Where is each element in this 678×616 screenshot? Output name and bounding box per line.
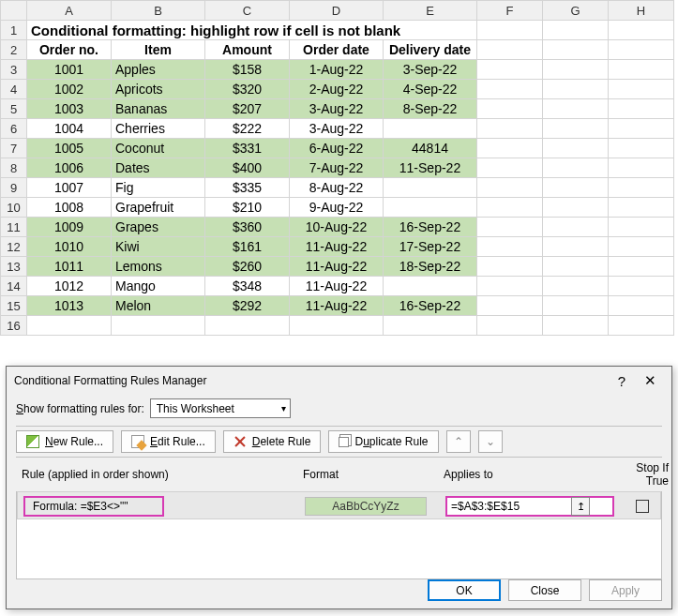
- row-header[interactable]: 13: [1, 257, 27, 277]
- cell[interactable]: [384, 178, 477, 198]
- cell[interactable]: $158: [205, 60, 290, 80]
- cell[interactable]: $222: [205, 119, 290, 139]
- cell[interactable]: [477, 139, 543, 158]
- cell[interactable]: [609, 237, 674, 257]
- cell[interactable]: 11-Aug-22: [290, 296, 384, 316]
- cell[interactable]: [477, 40, 543, 60]
- cell[interactable]: [205, 316, 290, 336]
- row-header[interactable]: 15: [1, 296, 27, 316]
- col-header[interactable]: A: [27, 1, 112, 21]
- cell[interactable]: $400: [205, 158, 290, 178]
- cell[interactable]: 1003: [27, 99, 112, 119]
- cell[interactable]: 1013: [27, 296, 112, 316]
- col-header[interactable]: G: [543, 1, 609, 21]
- cell[interactable]: 1-Aug-22: [290, 60, 384, 80]
- col-header[interactable]: D: [290, 1, 384, 21]
- cell[interactable]: [27, 316, 112, 336]
- cell[interactable]: 16-Sep-22: [384, 296, 477, 316]
- cell[interactable]: [609, 296, 674, 316]
- cell[interactable]: [543, 237, 609, 257]
- cell[interactable]: 4-Sep-22: [384, 80, 477, 99]
- cell[interactable]: 44814: [384, 139, 477, 158]
- cell[interactable]: Lemons: [112, 257, 205, 277]
- cell[interactable]: 9-Aug-22: [290, 198, 384, 218]
- cell[interactable]: Bananas: [112, 99, 205, 119]
- cell[interactable]: 1012: [27, 277, 112, 296]
- col-header[interactable]: F: [477, 1, 543, 21]
- cell[interactable]: [543, 296, 609, 316]
- row-header[interactable]: 9: [1, 178, 27, 198]
- row-header[interactable]: 1: [1, 21, 27, 40]
- cell[interactable]: [384, 316, 477, 336]
- table-header[interactable]: Order no.: [27, 40, 112, 60]
- row-header[interactable]: 7: [1, 139, 27, 158]
- cell[interactable]: 10-Aug-22: [290, 218, 384, 237]
- cell[interactable]: [477, 237, 543, 257]
- cell[interactable]: [609, 21, 674, 40]
- cell[interactable]: Grapefruit: [112, 198, 205, 218]
- cell[interactable]: [543, 99, 609, 119]
- column-header-row[interactable]: A B C D E F G H: [1, 1, 674, 21]
- cell[interactable]: 1009: [27, 218, 112, 237]
- row-header[interactable]: 4: [1, 80, 27, 99]
- cell[interactable]: [543, 218, 609, 237]
- cell[interactable]: [609, 80, 674, 99]
- cell[interactable]: Apples: [112, 60, 205, 80]
- cell[interactable]: [477, 178, 543, 198]
- cell[interactable]: [609, 119, 674, 139]
- cell[interactable]: [609, 139, 674, 158]
- cell[interactable]: Melon: [112, 296, 205, 316]
- row-header[interactable]: 11: [1, 218, 27, 237]
- cell[interactable]: [609, 178, 674, 198]
- cell[interactable]: [543, 40, 609, 60]
- cell[interactable]: [384, 119, 477, 139]
- row-header[interactable]: 12: [1, 237, 27, 257]
- cell[interactable]: Apricots: [112, 80, 205, 99]
- cell[interactable]: $335: [205, 178, 290, 198]
- cell[interactable]: $348: [205, 277, 290, 296]
- col-header[interactable]: C: [205, 1, 290, 21]
- cell[interactable]: [609, 99, 674, 119]
- cell[interactable]: [112, 316, 205, 336]
- cell[interactable]: 6-Aug-22: [290, 139, 384, 158]
- cell[interactable]: [543, 277, 609, 296]
- cell[interactable]: 11-Aug-22: [290, 237, 384, 257]
- cell[interactable]: $260: [205, 257, 290, 277]
- cell[interactable]: [609, 316, 674, 336]
- cell[interactable]: [543, 119, 609, 139]
- cell[interactable]: [543, 60, 609, 80]
- cell[interactable]: Dates: [112, 158, 205, 178]
- cell[interactable]: [609, 40, 674, 60]
- row-header[interactable]: 5: [1, 99, 27, 119]
- cell[interactable]: [543, 21, 609, 40]
- table-header[interactable]: Order date: [290, 40, 384, 60]
- cell[interactable]: $320: [205, 80, 290, 99]
- cell[interactable]: 3-Aug-22: [290, 99, 384, 119]
- cell[interactable]: $210: [205, 198, 290, 218]
- cell[interactable]: [477, 60, 543, 80]
- col-header[interactable]: E: [384, 1, 477, 21]
- cell[interactable]: [609, 277, 674, 296]
- cell[interactable]: [543, 80, 609, 99]
- cell[interactable]: 1011: [27, 257, 112, 277]
- cell[interactable]: Fig: [112, 178, 205, 198]
- cell[interactable]: 1007: [27, 178, 112, 198]
- cell[interactable]: 1005: [27, 139, 112, 158]
- cell[interactable]: $207: [205, 99, 290, 119]
- cell[interactable]: 2-Aug-22: [290, 80, 384, 99]
- cell[interactable]: 1006: [27, 158, 112, 178]
- cell[interactable]: [384, 198, 477, 218]
- cell[interactable]: 11-Sep-22: [384, 158, 477, 178]
- cell[interactable]: Grapes: [112, 218, 205, 237]
- cell[interactable]: Cherries: [112, 119, 205, 139]
- cell[interactable]: $331: [205, 139, 290, 158]
- cell[interactable]: 3-Sep-22: [384, 60, 477, 80]
- cell[interactable]: 11-Aug-22: [290, 257, 384, 277]
- cell[interactable]: [543, 139, 609, 158]
- cell[interactable]: [290, 316, 384, 336]
- cell[interactable]: 11-Aug-22: [290, 277, 384, 296]
- cell[interactable]: 18-Sep-22: [384, 257, 477, 277]
- cell[interactable]: 16-Sep-22: [384, 218, 477, 237]
- cell[interactable]: 17-Sep-22: [384, 237, 477, 257]
- col-header[interactable]: B: [112, 1, 205, 21]
